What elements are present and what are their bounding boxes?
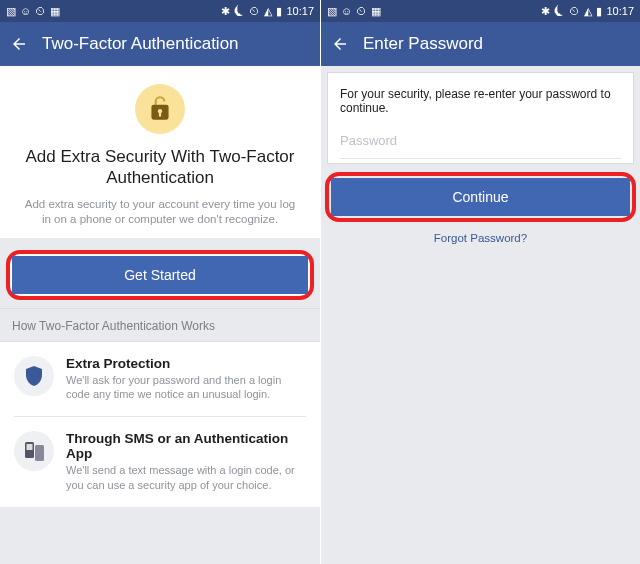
- dnd-icon: ⏾: [554, 6, 565, 17]
- status-icon: ▧: [327, 6, 337, 17]
- app-header: Two-Factor Authentication: [0, 22, 320, 66]
- phone-qr-icon: [14, 431, 54, 471]
- info-desc: We'll send a text message with a login c…: [66, 463, 306, 493]
- battery-icon: ▮: [596, 6, 602, 17]
- back-button[interactable]: [331, 35, 349, 53]
- status-icon: ▦: [371, 6, 381, 17]
- info-title: Extra Protection: [66, 356, 306, 371]
- intro-subtitle: Add extra security to your account every…: [14, 197, 306, 228]
- intro-card: Add Extra Security With Two-Factor Authe…: [0, 66, 320, 238]
- signal-icon: ◭: [584, 6, 592, 17]
- alarm-icon: ⏲: [569, 6, 580, 17]
- svg-rect-4: [27, 444, 33, 450]
- lock-icon: [147, 94, 173, 124]
- bluetooth-icon: ✱: [541, 6, 550, 17]
- back-arrow-icon: [331, 35, 349, 53]
- status-left: ▧ ☺ ⏲ ▦: [327, 6, 381, 17]
- continue-button[interactable]: Continue: [331, 178, 630, 216]
- info-desc: We'll ask for your password and then a l…: [66, 373, 306, 403]
- get-started-button[interactable]: Get Started: [12, 256, 308, 294]
- app-header: Enter Password: [321, 22, 640, 66]
- status-time: 10:17: [286, 5, 314, 17]
- svg-rect-2: [159, 112, 161, 116]
- info-list: Extra Protection We'll ask for your pass…: [0, 342, 320, 507]
- signal-icon: ◭: [264, 6, 272, 17]
- password-field[interactable]: [340, 129, 621, 159]
- status-right: ✱ ⏾ ⏲ ◭ ▮ 10:17: [541, 5, 634, 17]
- security-message: For your security, please re-enter your …: [340, 87, 621, 115]
- status-icon: ☺: [20, 6, 31, 17]
- dnd-icon: ⏾: [234, 6, 245, 17]
- status-icon: ☺: [341, 6, 352, 17]
- header-title: Two-Factor Authentication: [42, 34, 239, 54]
- status-icon: ▧: [6, 6, 16, 17]
- password-card: For your security, please re-enter your …: [327, 72, 634, 164]
- header-title: Enter Password: [363, 34, 483, 54]
- status-bar: ▧ ☺ ⏲ ▦ ✱ ⏾ ⏲ ◭ ▮ 10:17: [321, 0, 640, 22]
- svg-rect-5: [35, 445, 44, 461]
- empty-area: [321, 244, 640, 564]
- section-label: How Two-Factor Authentication Works: [0, 308, 320, 342]
- alarm-icon: ⏲: [249, 6, 260, 17]
- highlight-continue: Continue: [325, 172, 636, 222]
- status-bar: ▧ ☺ ⏲ ▦ ✱ ⏾ ⏲ ◭ ▮ 10:17: [0, 0, 320, 22]
- highlight-get-started: Get Started: [6, 250, 314, 300]
- lock-badge: [135, 84, 185, 134]
- shield-icon: [14, 356, 54, 396]
- status-icon: ⏲: [356, 6, 367, 17]
- info-title: Through SMS or an Authentication App: [66, 431, 306, 461]
- screen-enter-password: ▧ ☺ ⏲ ▦ ✱ ⏾ ⏲ ◭ ▮ 10:17 Enter Password F…: [320, 0, 640, 564]
- list-item: Through SMS or an Authentication App We'…: [14, 416, 306, 507]
- status-left: ▧ ☺ ⏲ ▦: [6, 6, 60, 17]
- status-icon: ▦: [50, 6, 60, 17]
- forgot-password-link[interactable]: Forgot Password?: [321, 232, 640, 244]
- status-icon: ⏲: [35, 6, 46, 17]
- screen-two-factor: ▧ ☺ ⏲ ▦ ✱ ⏾ ⏲ ◭ ▮ 10:17 Two-Factor Authe…: [0, 0, 320, 564]
- status-right: ✱ ⏾ ⏲ ◭ ▮ 10:17: [221, 5, 314, 17]
- back-button[interactable]: [10, 35, 28, 53]
- list-item: Extra Protection We'll ask for your pass…: [0, 342, 320, 417]
- back-arrow-icon: [10, 35, 28, 53]
- battery-icon: ▮: [276, 6, 282, 17]
- intro-title: Add Extra Security With Two-Factor Authe…: [22, 146, 298, 189]
- bluetooth-icon: ✱: [221, 6, 230, 17]
- status-time: 10:17: [606, 5, 634, 17]
